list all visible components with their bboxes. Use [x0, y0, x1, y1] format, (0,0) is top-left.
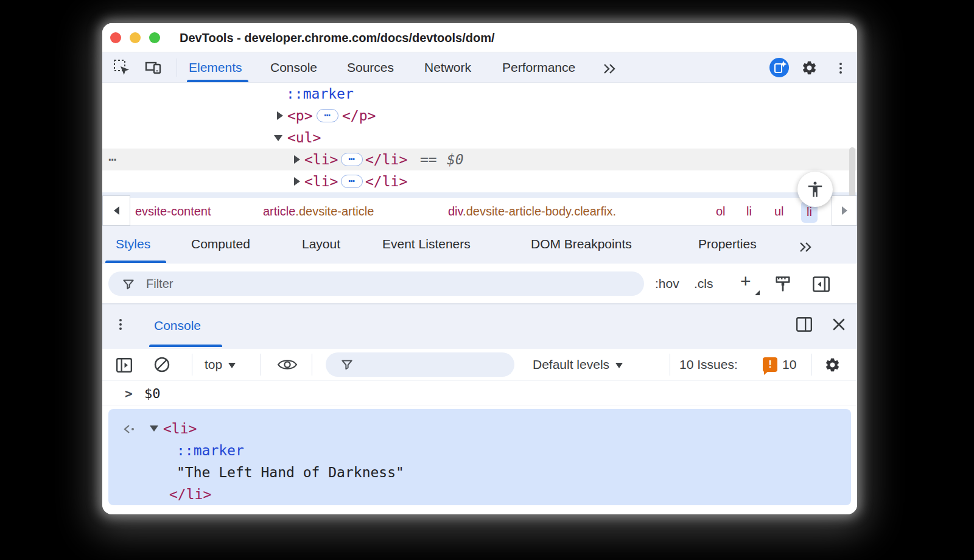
dom-row-li-selected[interactable]: ⋯ <li> ⋯ </li> == $0: [102, 149, 857, 170]
tab-styles[interactable]: Styles: [116, 226, 150, 262]
inline-expand-button[interactable]: ⋯: [341, 153, 363, 166]
tab-layout[interactable]: Layout: [302, 226, 340, 262]
collapse-arrow-icon[interactable]: [150, 425, 158, 432]
new-style-rule-button[interactable]: +: [740, 264, 751, 299]
panel-divider: [102, 192, 857, 198]
expand-arrow-icon[interactable]: [294, 155, 300, 164]
zoom-window-button[interactable]: [149, 32, 160, 43]
minimize-window-button[interactable]: [130, 32, 141, 43]
settings-gear-icon[interactable]: [800, 58, 818, 77]
styles-filter-input[interactable]: [145, 271, 626, 296]
dom-row-li[interactable]: <li> ⋯ </li>: [102, 170, 857, 192]
log-levels-dropdown[interactable]: Default levels: [533, 349, 623, 380]
toolbar-divider: [192, 354, 192, 376]
split-panel-icon[interactable]: [796, 316, 813, 333]
javascript-context-dropdown[interactable]: top: [205, 349, 236, 380]
create-live-expression-icon[interactable]: [277, 357, 298, 372]
toolbar-divider: [177, 58, 177, 77]
console-command[interactable]: $0: [144, 383, 161, 405]
rendering-emulation-icon[interactable]: [773, 275, 793, 294]
breadcrumb-item[interactable]: div.devsite-article-body.clearfix.: [448, 198, 616, 225]
expand-arrow-icon[interactable]: [294, 177, 300, 186]
inline-expand-button[interactable]: ⋯: [341, 175, 363, 188]
drawer-menu-kebab-icon[interactable]: [119, 319, 122, 330]
tab-dom-breakpoints[interactable]: DOM Breakpoints: [531, 226, 632, 262]
message-divider: [102, 405, 857, 405]
result-line-open[interactable]: <li>: [108, 418, 851, 439]
open-tag[interactable]: <li>: [304, 149, 338, 170]
console-filter-field[interactable]: [326, 352, 514, 377]
close-drawer-icon[interactable]: [832, 317, 846, 332]
feedback-icon[interactable]: [769, 57, 790, 78]
breadcrumb-item[interactable]: ol: [716, 198, 726, 225]
dom-row-p[interactable]: <p> ⋯ </p>: [102, 105, 857, 127]
breadcrumb-item[interactable]: article.devsite-article: [263, 198, 374, 225]
result-line-close[interactable]: </li>: [108, 483, 851, 505]
panel-right-arrow-icon: [116, 357, 133, 374]
inspect-element-icon[interactable]: [113, 58, 131, 77]
toggle-element-state-button[interactable]: :hov: [655, 264, 679, 303]
breadcrumb-item[interactable]: li: [746, 198, 752, 225]
element-classes-button[interactable]: .cls: [694, 264, 713, 303]
tab-event-listeners[interactable]: Event Listeners: [382, 226, 471, 262]
console-toolbar: top Default levels 10 Issues: ! 10: [102, 349, 857, 380]
open-tag[interactable]: <li>: [163, 421, 197, 436]
breadcrumb-scroll-left-button[interactable]: [102, 195, 130, 226]
dom-row-ul[interactable]: <ul>: [102, 127, 857, 149]
breadcrumb-scroll-right-button[interactable]: [832, 195, 857, 226]
tab-computed[interactable]: Computed: [191, 226, 250, 262]
tab-elements[interactable]: Elements: [189, 52, 242, 82]
arrow-right-icon: [842, 206, 847, 215]
drawer-tab-console[interactable]: Console: [154, 304, 201, 347]
device-toolbar-icon[interactable]: [144, 58, 163, 77]
open-tag[interactable]: <li>: [304, 170, 338, 192]
tab-console[interactable]: Console: [270, 52, 317, 82]
open-tag[interactable]: <p>: [287, 105, 313, 127]
drag-handle-icon[interactable]: ⋯: [108, 149, 117, 170]
issues-badge-icon[interactable]: !: [763, 357, 777, 372]
console-settings-icon[interactable]: [824, 357, 841, 373]
tab-properties[interactable]: Properties: [698, 226, 757, 262]
console-filter-input[interactable]: [360, 352, 506, 377]
tab-sources[interactable]: Sources: [347, 52, 394, 82]
more-sidebar-tabs-icon[interactable]: [796, 238, 815, 256]
main-toolbar: Elements Console Sources Network Perform…: [102, 52, 857, 83]
console-result-block[interactable]: <li> ::marker "The Left Hand of Darkness…: [108, 409, 851, 505]
close-window-button[interactable]: [110, 32, 121, 43]
more-tabs-icon[interactable]: [600, 60, 618, 78]
styles-filter-field[interactable]: [108, 271, 644, 296]
close-tag[interactable]: </p>: [342, 105, 376, 127]
pseudo-element-label[interactable]: ::marker: [286, 83, 354, 105]
result-line-marker[interactable]: ::marker: [108, 439, 851, 461]
close-tag[interactable]: </li>: [169, 486, 211, 502]
text-node[interactable]: "The Left Hand of Darkness": [177, 464, 404, 480]
accessibility-button[interactable]: [797, 172, 833, 207]
tab-performance[interactable]: Performance: [502, 52, 575, 82]
show-console-sidebar-icon[interactable]: [116, 357, 133, 374]
result-line-text[interactable]: "The Left Hand of Darkness": [108, 461, 851, 483]
close-icon: [832, 317, 846, 332]
arrow-left-icon: [114, 206, 119, 215]
issues-count[interactable]: 10: [782, 349, 796, 380]
clear-console-icon[interactable]: [153, 356, 170, 373]
inline-expand-button[interactable]: ⋯: [317, 109, 338, 122]
pseudo-element-label[interactable]: ::marker: [177, 443, 244, 458]
dom-row-marker[interactable]: ::marker: [102, 83, 857, 105]
paint-brush-icon: [773, 275, 793, 294]
toolbar-divider: [670, 354, 670, 376]
close-tag[interactable]: </li>: [365, 149, 407, 170]
main-menu-kebab-icon[interactable]: [832, 59, 850, 77]
close-tag[interactable]: </li>: [365, 170, 407, 192]
tab-network[interactable]: Network: [424, 52, 471, 82]
open-tag[interactable]: <ul>: [287, 127, 321, 149]
collapse-sidebar-icon[interactable]: [812, 275, 830, 293]
breadcrumb-item[interactable]: ul: [774, 198, 784, 225]
issues-counter[interactable]: 10 Issues:: [679, 349, 738, 380]
toolbar-divider: [261, 354, 261, 376]
console-command-row[interactable]: > $0: [102, 383, 857, 405]
chevron-double-icon: [602, 63, 617, 74]
caret-down-icon: [615, 363, 623, 368]
collapse-arrow-icon[interactable]: [274, 135, 282, 141]
expand-arrow-icon[interactable]: [277, 111, 283, 120]
breadcrumb-item[interactable]: evsite-content: [135, 198, 211, 225]
